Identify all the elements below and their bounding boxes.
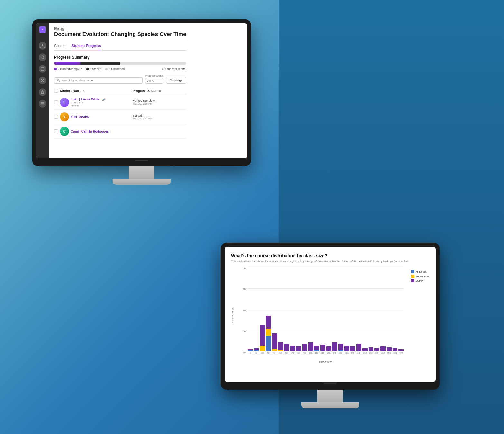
bar-group-1: 10 <box>254 348 259 354</box>
svg-line-9 <box>59 81 60 82</box>
sidebar: × <box>36 23 49 158</box>
legend-color-social-work <box>411 275 414 278</box>
student-name-0: Luke | Lucas White 🔊 <box>71 98 131 101</box>
bar-social-work-4 <box>272 349 277 351</box>
x-label-17: 170 <box>351 352 354 354</box>
sidebar-icon-clock <box>39 77 46 84</box>
progress-bar <box>54 62 186 65</box>
col-header-progress-status: Progress Status ⇕ <box>133 89 186 93</box>
legend-all-nodes: All Nodes <box>411 270 429 273</box>
bar-group-6: 60 <box>284 344 289 354</box>
bar-group-21: 220 <box>374 348 379 354</box>
monitor-2-speaker <box>324 383 337 384</box>
col-header-student-name: Student Name ↕ <box>60 89 131 93</box>
bar-group-16: 160 <box>344 346 350 354</box>
sort-icon-status[interactable]: ⇕ <box>159 90 161 93</box>
bar-group-19: 190 <box>362 348 368 354</box>
tab-content[interactable]: Content <box>54 44 67 50</box>
legend-color-all-nodes <box>411 270 414 273</box>
x-label-15: 150 <box>339 352 342 354</box>
row-checkbox-0[interactable] <box>54 100 58 104</box>
search-input[interactable]: Search by student name <box>54 77 143 84</box>
bar-group-23: 350 <box>387 347 392 354</box>
row-checkbox-2[interactable] <box>54 129 58 133</box>
bar-group-22: 260 <box>380 346 386 354</box>
bar-supp-10 <box>308 342 313 351</box>
close-button[interactable]: × <box>39 26 46 33</box>
monitor-2: What's the course distribution by class … <box>221 243 440 408</box>
sidebar-icon-lock <box>39 88 46 96</box>
svg-line-2 <box>43 58 44 59</box>
sidebar-icon-person <box>39 42 46 50</box>
legend-dot-unopened <box>105 68 108 70</box>
bar-group-11: 110 <box>314 346 319 354</box>
progress-started-segment <box>80 62 120 65</box>
x-label-4: 40 <box>273 352 275 354</box>
legend-started: 3 Started <box>86 67 102 71</box>
bar-group-14: 140 <box>332 342 337 354</box>
sort-icon-name[interactable]: ↕ <box>83 90 85 93</box>
filters-row: Search by student name Progress Status A… <box>54 74 186 84</box>
x-label-3: 30 <box>267 352 270 354</box>
x-label-19: 190 <box>363 352 367 354</box>
monitor-2-stand-neck <box>317 390 343 402</box>
monitor-2-screen: What's the course distribution by class … <box>225 247 436 382</box>
avatar-1: Y <box>60 112 69 121</box>
row-checkbox-1[interactable] <box>54 115 58 119</box>
filter-select[interactable]: All <box>145 78 163 84</box>
bar-social-work-2 <box>260 346 265 351</box>
y-tick-2: 40 <box>239 309 247 312</box>
table-row: C Cami | Camila Rodriguez <box>54 124 186 139</box>
avatar-initials-1: Y <box>60 112 69 121</box>
chart-subtitle: This stacked bar chart shows the number … <box>231 259 429 263</box>
bar-supp-17 <box>350 346 355 351</box>
progress-complete-segment <box>54 62 80 65</box>
speaker-icon-0: 🔊 <box>102 98 106 101</box>
legend-dot-started <box>86 68 89 70</box>
x-label-18: 180 <box>357 352 360 354</box>
avatar-2: C <box>60 127 69 136</box>
bar-supp-24 <box>393 348 398 351</box>
breadcrumb: Biology <box>54 27 186 31</box>
bar-all-nodes-15 <box>338 350 343 351</box>
students-total: 10 Students in total <box>162 67 186 71</box>
bar-supp-23 <box>387 347 392 351</box>
sidebar-icon-image <box>39 100 46 108</box>
bar-social-work-5 <box>278 350 283 351</box>
y-tick-3: 20 <box>239 288 247 291</box>
x-label-10: 100 <box>309 352 312 354</box>
select-all-checkbox[interactable] <box>54 89 58 93</box>
main-content: Biology Document Evolution: Changing Spe… <box>49 23 191 158</box>
chart-area: Course count 80 60 40 20 0 <box>231 267 429 363</box>
search-icon <box>57 79 60 82</box>
bar-all-nodes-11 <box>314 350 319 351</box>
bar-group-10: 100 <box>308 342 313 354</box>
legend-label-started: 3 Started <box>90 67 102 71</box>
table-header: Student Name ↕ Progress Status ⇕ <box>54 87 186 95</box>
legend-color-supp <box>411 279 414 282</box>
student-pronouns-0: he/him <box>71 104 131 107</box>
x-label-14: 140 <box>333 352 336 354</box>
filter-label: Progress Status <box>145 74 163 77</box>
avatar-0: L <box>60 98 69 107</box>
x-label-5: 50 <box>279 352 282 354</box>
message-button[interactable]: Message <box>166 77 186 84</box>
bar-group-24: 340 <box>393 348 398 354</box>
y-tick-1: 60 <box>239 330 247 333</box>
x-label-8: 80 <box>297 352 300 354</box>
x-label-23: 350 <box>387 352 391 354</box>
bar-supp-3 <box>266 316 271 329</box>
legend-social-work: Social Work <box>411 275 429 278</box>
x-label-1: 10 <box>255 352 257 354</box>
bar-social-work-3 <box>266 329 271 336</box>
x-label-7: 70 <box>292 352 294 354</box>
student-id-0: L oo k uh s <box>71 101 131 104</box>
monitor-1-stand-base <box>113 179 171 185</box>
bar-group-12: 120 <box>320 345 325 354</box>
x-label-16: 160 <box>345 352 349 354</box>
tab-student-progress[interactable]: Student Progress <box>72 44 101 50</box>
monitor-2-stand-base <box>301 402 359 408</box>
bar-group-17: 170 <box>350 346 355 354</box>
student-info-0: Luke | Lucas White 🔊 L oo k uh s he/him <box>71 98 131 107</box>
bar-group-5: 50 <box>278 342 283 354</box>
